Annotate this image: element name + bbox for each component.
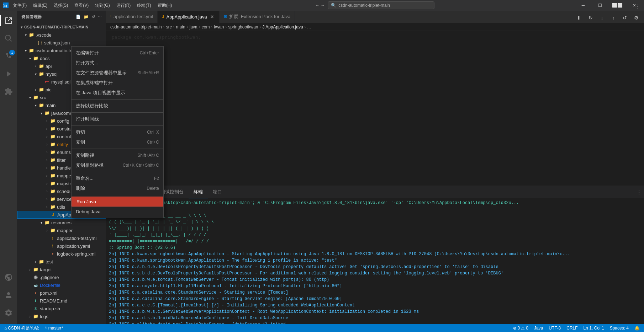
breadcrumb-item[interactable]: kwan <box>214 25 224 30</box>
activity-item-search[interactable] <box>0 30 17 47</box>
tree-dockerfile[interactable]: 🐋 Dockerfile <box>17 281 106 289</box>
log-line: 2n] INFO c.kwan.springbootkwan.AppApplic… <box>109 251 641 257</box>
activity-item-source-control[interactable]: 1 <box>0 48 17 65</box>
ctx-open-with[interactable]: 打开方式... <box>72 58 163 68</box>
tree-gitignore[interactable]: 🔘 .gitignore <box>17 273 106 281</box>
ctx-separator <box>72 125 163 126</box>
breadcrumb-item[interactable]: src <box>166 25 172 30</box>
tree-settings-json[interactable]: { } settings.json <box>17 39 106 47</box>
folder-icon: 📁 <box>50 126 56 132</box>
status-remote[interactable]: ⌂ CSDN @是Yu欤 <box>3 324 41 332</box>
ctx-copy-relative-path[interactable]: 复制相对路径 Ctrl+K Ctrl+Shift+C <box>72 160 163 170</box>
status-branch[interactable]: ⑂ master* <box>43 324 64 332</box>
breadcrumb-item[interactable]: main <box>176 25 185 30</box>
status-encoding[interactable]: UTF-8 <box>547 324 562 332</box>
menu-edit[interactable]: 编辑(E) <box>30 1 50 10</box>
ctx-open-in-terminal[interactable]: 在集成终端中打开 <box>72 78 163 88</box>
ctx-copy-path[interactable]: 复制路径 Shift+Alt+C <box>72 150 163 160</box>
ctx-reveal-java[interactable]: 在 Java 项目视图中显示 <box>72 88 163 98</box>
tab-extension-pack[interactable]: ⊞ 扩展: Extension Pack for Java <box>220 11 295 23</box>
status-language[interactable]: Java <box>533 324 544 332</box>
new-folder-icon[interactable]: 📁 <box>84 15 89 19</box>
tree-resources-folder[interactable]: ▾ 📁 resources <box>17 219 106 226</box>
log-line: 2n] INFO c.alibaba.druid.pool.DruidDataS… <box>109 321 641 324</box>
status-position[interactable]: Ln 1, Col 1 <box>582 324 606 332</box>
tree-logs-folder[interactable]: › 📁 logs <box>17 312 106 320</box>
activity-item-explorer[interactable] <box>0 12 17 29</box>
panel-terminal-content[interactable]: c:; cd 'C:\Users\Yu\Desktop\csdn-automat… <box>106 198 644 324</box>
title-search-bar[interactable]: 🔍 csdn-automatic-triplet-main <box>328 1 434 9</box>
tree-logback-xml[interactable]: ✦ logback-spring.xml <box>17 250 106 258</box>
settings-icon[interactable]: ⚙ <box>631 13 641 23</box>
activity-item-remote[interactable] <box>0 269 17 286</box>
title-bar-center: ← → 🔍 csdn-automatic-triplet-main <box>315 1 434 9</box>
ctx-copy[interactable]: 复制 Ctrl+C <box>72 137 163 147</box>
folder-icon: 📁 <box>50 141 56 147</box>
log-line: ' |____| .__|_| |_|_| |_\__, | / / / / <box>109 232 641 238</box>
breadcrumb-item[interactable]: springbootkwan <box>228 25 258 30</box>
split-editor-icon[interactable]: ⋮ <box>633 11 643 11</box>
ctx-open-timeline[interactable]: 打开时间线 <box>72 114 163 124</box>
menu-select[interactable]: 选择(S) <box>51 1 71 10</box>
activity-item-run-debug[interactable] <box>0 65 17 82</box>
tree-root[interactable]: ▾ CSDN-AUTOMATIC-TRIPLET-MAIN <box>17 23 106 31</box>
breadcrumb-item[interactable]: com <box>202 25 210 30</box>
java-file-icon: J <box>50 212 56 218</box>
window-split-button[interactable]: ⬜⬜ <box>609 0 625 11</box>
ctx-separator <box>72 112 163 113</box>
menu-file[interactable]: 文件(F) <box>10 1 30 10</box>
log-line: . ____ _ __ _ _ <box>109 206 641 213</box>
activity-item-settings[interactable] <box>0 304 17 321</box>
tree-test-folder[interactable]: › 📁 test <box>17 258 106 266</box>
tree-pom-xml[interactable]: ✦ pom.xml <box>17 289 106 297</box>
tree-readme-md[interactable]: ℹ README.md <box>17 297 106 305</box>
tree-resources-mapper[interactable]: › 📁 mapper <box>17 226 106 234</box>
ctx-run-java[interactable]: Run Java <box>72 197 163 207</box>
tree-target-folder[interactable]: › 📁 target <box>17 266 106 273</box>
refresh-icon[interactable]: ↺ <box>92 15 95 19</box>
tab-application-test-yml[interactable]: ! application-test.yml <box>106 11 158 23</box>
ctx-open-in-editor[interactable]: 在编辑打开 Ctrl+Enter <box>72 48 163 58</box>
tab-app-application-java[interactable]: J AppApplication.java ✕ <box>158 11 219 23</box>
ctx-compare[interactable]: 选择以进行比较 <box>72 101 163 111</box>
menu-view[interactable]: 查看(V) <box>72 1 91 10</box>
window-minimize-button[interactable]: ─ <box>575 0 591 11</box>
status-branch-label: master* <box>48 326 63 331</box>
panel-tab-ports[interactable]: 端口 <box>208 186 227 198</box>
breadcrumb-item-file[interactable]: J AppApplication.java <box>263 25 303 30</box>
ctx-delete[interactable]: 删除 Delete <box>72 183 163 193</box>
tree-app-yaml[interactable]: ! application.yaml <box>17 242 106 250</box>
status-notification[interactable]: 🔔 <box>633 324 641 332</box>
activity-item-extensions[interactable] <box>0 83 17 100</box>
restart-icon[interactable]: ↻ <box>586 13 596 23</box>
debug-pause-icon[interactable]: ⏸ <box>574 13 584 23</box>
ctx-debug-java[interactable]: Debug Java <box>72 207 163 216</box>
menu-terminal[interactable]: 终端(T) <box>134 1 154 10</box>
ctx-rename[interactable]: 重命名... F2 <box>72 173 163 183</box>
ctx-cut[interactable]: 剪切 Ctrl+X <box>72 127 163 137</box>
docker-icon: 🐋 <box>33 282 38 288</box>
tree-vscode-folder[interactable]: ▾ 📁 .vscode <box>17 31 106 39</box>
menu-goto[interactable]: 转到(G) <box>92 1 112 10</box>
window-maximize-button[interactable]: ☐ <box>592 0 608 11</box>
menu-help[interactable]: 帮助(H) <box>155 1 175 10</box>
breadcrumb-item[interactable]: java <box>190 25 197 30</box>
breadcrumb: csdn-automatic-triplet-main › src › main… <box>106 23 644 31</box>
new-file-icon[interactable]: 📄 <box>76 15 81 19</box>
status-errors[interactable]: ⊗ 0 ⚠ 0 <box>512 324 530 332</box>
tree-app-test-yml[interactable]: ! application-test.yml <box>17 234 106 242</box>
menu-run[interactable]: 运行(R) <box>114 1 134 10</box>
status-spaces[interactable]: Spaces: 4 <box>608 324 630 332</box>
ctx-reveal-in-explorer[interactable]: 在文件资源管理器中显示 Shift+Alt+R <box>72 68 163 78</box>
status-eol[interactable]: CRLF <box>565 324 579 332</box>
breadcrumb-item[interactable]: csdn-automatic-triplet-main <box>110 25 162 30</box>
more-options-icon[interactable]: ··· <box>98 15 102 19</box>
tab-close-icon[interactable]: ✕ <box>209 14 215 20</box>
activity-item-account[interactable] <box>0 287 17 304</box>
refresh-icon[interactable]: ↺ <box>620 13 630 23</box>
step-in-icon[interactable]: ↑ <box>608 13 618 23</box>
panel-more-icon[interactable]: ⋮ <box>634 187 644 197</box>
tree-startup-sh[interactable]: $ startup.sh <box>17 305 106 312</box>
step-over-icon[interactable]: ↓ <box>597 13 607 23</box>
panel-tab-terminal[interactable]: 终端 <box>189 186 208 198</box>
